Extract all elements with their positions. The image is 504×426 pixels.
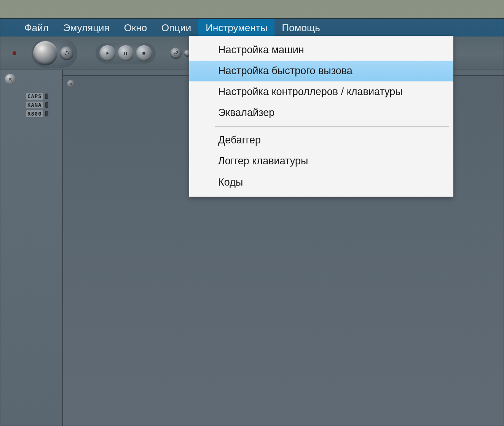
pause-icon [123,51,128,56]
link-knob[interactable] [170,48,182,59]
refresh-knob[interactable] [60,46,73,60]
stop-icon [141,51,147,56]
led-icon [45,102,48,108]
indicator-caps: CAPS [26,93,62,100]
link-icon [173,51,179,56]
side-panel: CAPS KANA R800 [0,70,63,426]
refresh-icon [64,50,70,56]
indicator-kana: KANA [26,102,62,108]
keyboard-indicators: CAPS KANA R800 [26,93,62,117]
knob-group [32,39,77,68]
stop-button[interactable] [136,45,152,61]
screw-icon [5,74,16,84]
menu-emulation[interactable]: Эмуляция [56,19,117,37]
menu-window[interactable]: Окно [117,19,154,37]
volume-knob[interactable] [33,41,57,65]
menubar: Файл Эмуляция Окно Опции Инструменты Пом… [0,19,504,37]
play-icon [105,51,110,56]
pause-button[interactable] [118,45,134,61]
screw-icon [67,80,75,87]
power-led-icon [13,51,16,55]
dropdown-item-codes[interactable]: Коды [189,172,453,193]
dropdown-item-controllers[interactable]: Настройка контроллеров / клавиатуры [189,81,453,102]
menu-options[interactable]: Опции [154,19,198,37]
indicator-r800: R800 [26,110,62,117]
dropdown-separator [215,126,449,127]
dropdown-item-debugger[interactable]: Дебаггер [189,130,453,151]
menu-tools[interactable]: Инструменты [198,19,274,37]
menu-help[interactable]: Помощь [274,19,327,37]
tools-dropdown: Настройка машин Настройка быстрого вызов… [189,36,453,197]
indicator-label: CAPS [26,93,43,100]
play-button[interactable] [99,45,115,61]
transport-controls [96,43,156,64]
dropdown-item-machine-setup[interactable]: Настройка машин [189,40,453,60]
menu-file[interactable]: Файл [17,19,56,37]
dropdown-item-equalizer[interactable]: Эквалайзер [189,102,453,123]
indicator-label: KANA [26,102,43,108]
dropdown-item-keylogger[interactable]: Логгер клавиатуры [189,151,453,172]
indicator-label: R800 [26,110,43,117]
led-icon [45,94,48,99]
led-icon [45,111,48,116]
dropdown-item-shortcut-setup[interactable]: Настройка быстрого вызова [189,60,453,81]
